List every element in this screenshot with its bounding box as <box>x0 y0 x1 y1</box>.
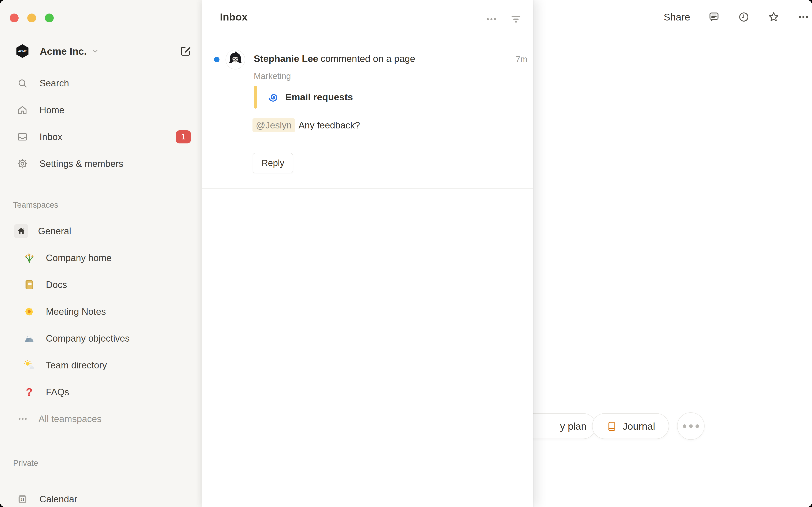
comment-body: @Jeslyn Any feedback? <box>252 118 360 132</box>
sidebar-item-company-objectives[interactable]: Company objectives <box>0 325 202 352</box>
sidebar-item-search[interactable]: Search <box>0 70 202 97</box>
page-tab-journal[interactable]: Journal <box>592 413 669 439</box>
sidebar-item-label: Calendar <box>40 494 78 504</box>
inbox-filter-icon[interactable] <box>510 13 522 25</box>
notification-item[interactable]: Stephanie Leecommented on a page 7m Mark… <box>202 42 533 188</box>
sidebar-item-faqs[interactable]: ?FAQs <box>0 379 202 405</box>
notification-badge: 1 <box>176 130 191 144</box>
chevron-down-icon <box>91 47 99 55</box>
inbox-panel: Inbox <box>202 0 533 507</box>
reply-button[interactable]: Reply <box>253 153 293 173</box>
inbox-panel-title: Inbox <box>220 11 248 23</box>
updates-clock-icon[interactable] <box>738 11 750 23</box>
more-options-icon[interactable] <box>798 11 809 23</box>
mention-chip[interactable]: @Jeslyn <box>252 118 295 132</box>
favorite-star-icon[interactable] <box>768 11 780 23</box>
section-header-private: Private <box>0 458 202 468</box>
workspace-name: Acme Inc. <box>40 45 87 57</box>
cyclone-icon <box>267 91 279 103</box>
sheaf-of-rice-icon <box>23 252 35 264</box>
divider <box>202 188 533 189</box>
more-pages-button[interactable] <box>677 412 705 440</box>
notification-title: Stephanie Leecommented on a page <box>254 53 415 64</box>
window-controls <box>10 13 54 22</box>
ledger-icon <box>23 279 35 291</box>
sidebar-item-label: Company objectives <box>46 333 130 344</box>
sidebar-item-company-home[interactable]: Company home <box>0 244 202 271</box>
page-reference[interactable]: Email requests <box>254 86 353 109</box>
inbox-icon <box>17 131 28 143</box>
sidebar-item-calendar[interactable]: 21Calendar <box>0 486 202 507</box>
sidebar-item-label: Team directory <box>46 360 107 371</box>
section-list-private: 21Calendar <box>0 486 202 507</box>
quote-bar <box>254 86 257 109</box>
inbox-more-icon[interactable] <box>485 13 498 25</box>
blossom-icon <box>23 306 35 318</box>
sidebar-item-label: Settings & members <box>40 158 123 169</box>
mountain-icon <box>23 333 35 344</box>
timestamp: 7m <box>515 55 527 64</box>
sidebar-item-label: Docs <box>46 279 67 290</box>
sidebar-item-all-teamspaces[interactable]: All teamspaces <box>0 405 202 432</box>
avatar <box>225 50 245 69</box>
breadcrumb: Marketing <box>254 71 291 81</box>
sidebar: ACME Acme Inc. SearchHomeInbox1Settings … <box>0 0 202 507</box>
sidebar-item-team-directory[interactable]: Team directory <box>0 352 202 379</box>
section-header-teamspaces: Teamspaces <box>0 200 202 210</box>
sidebar-item-label: Meeting Notes <box>46 306 106 317</box>
inbox-panel-actions <box>485 13 522 25</box>
sidebar-item-home[interactable]: Home <box>0 97 202 123</box>
notion-window: ACME Acme Inc. SearchHomeInbox1Settings … <box>0 0 812 507</box>
journal-book-icon <box>606 420 617 432</box>
minimize-window-button[interactable] <box>27 13 36 22</box>
page-tab-label: y plan <box>560 420 587 432</box>
action-text: commented on a page <box>320 53 415 64</box>
sidebar-item-label: Search <box>40 78 69 89</box>
sidebar-item-docs[interactable]: Docs <box>0 271 202 298</box>
home-icon <box>17 105 28 116</box>
sidebar-item-label: All teamspaces <box>39 414 101 424</box>
sidebar-item-inbox[interactable]: Inbox1 <box>0 123 202 150</box>
comments-icon[interactable] <box>708 11 720 23</box>
zoom-window-button[interactable] <box>45 13 54 22</box>
sidebar-item-label: Home <box>40 105 64 115</box>
svg-text:21: 21 <box>20 497 24 502</box>
unread-dot <box>214 57 219 62</box>
editor-topbar: Share <box>664 11 809 23</box>
workspace-switcher[interactable]: ACME Acme Inc. <box>0 42 202 60</box>
share-button[interactable]: Share <box>664 11 690 23</box>
new-page-icon[interactable] <box>180 45 192 57</box>
gear-icon <box>17 158 28 169</box>
search-icon <box>17 78 28 89</box>
workspace-logo-icon: ACME <box>14 43 31 59</box>
page-tab-label: Journal <box>622 420 655 432</box>
question-mark-icon: ? <box>23 386 35 398</box>
house-icon <box>14 224 28 238</box>
sidebar-item-meeting-notes[interactable]: Meeting Notes <box>0 298 202 325</box>
sidebar-item-general[interactable]: General <box>0 218 202 244</box>
page-title: Email requests <box>285 92 353 103</box>
sidebar-item-settings-members[interactable]: Settings & members <box>0 150 202 177</box>
sidebar-item-label: FAQs <box>46 387 69 397</box>
calendar-icon: 21 <box>17 494 28 505</box>
sidebar-item-label: Company home <box>46 252 112 263</box>
actor-name: Stephanie Lee <box>254 53 318 64</box>
sidebar-item-label: Inbox <box>40 131 62 142</box>
sidebar-item-label: General <box>38 226 71 236</box>
section-list-teamspaces: GeneralCompany homeDocsMeeting NotesComp… <box>0 218 202 432</box>
comment-text: Any feedback? <box>298 120 360 130</box>
close-window-button[interactable] <box>10 13 18 22</box>
svg-text:ACME: ACME <box>18 49 27 53</box>
ellipsis-icon <box>17 414 28 424</box>
sun-behind-cloud-icon <box>23 359 35 371</box>
